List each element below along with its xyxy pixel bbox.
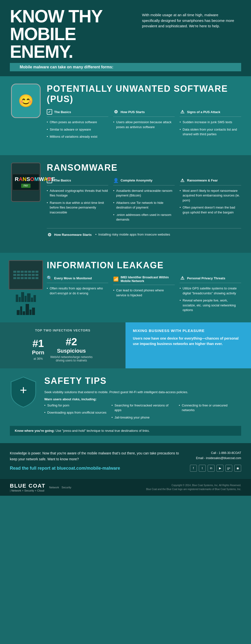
ransomware-col2: 👤 Complete Anonymity Assailants demand u…: [113, 178, 175, 224]
ransomware-content: RANSOMWARE ✓ The Basics Advanced cryptog…: [47, 162, 241, 240]
header-subtitle: With mobile usage at an all time high, m…: [142, 12, 234, 29]
copyright-text: Copyright © 2014, Blue Coat Systems, Inc…: [146, 484, 241, 491]
infection-num-1: #1: [32, 338, 44, 350]
facebook-icon[interactable]: f: [190, 465, 197, 472]
ransomware-col3-label: Ransomware & Fear: [187, 178, 218, 182]
pus-title: POTENTIALLY UNWANTED SOFTWARE (PUS): [47, 84, 241, 104]
ransomware-col3: ⚠ Ransomware & Fear Most aren't likely t…: [180, 178, 241, 224]
rss-icon[interactable]: ◉: [234, 465, 241, 472]
ransomware-col1-list: Advanced cryptographic threats that hold…: [47, 188, 108, 215]
linkedin-icon[interactable]: in: [208, 465, 214, 472]
ransomware-col3-bullet-2: Often payment doesn't mean the bad guys …: [180, 205, 241, 215]
ransomware-col2-label: Complete Anonymity: [121, 178, 153, 182]
footer-text: Knowledge is power. Now that you're awar…: [10, 450, 183, 471]
shield-wrapper: +: [10, 376, 37, 409]
security-label: Security: [62, 486, 71, 489]
keyboard-image: [9, 260, 43, 290]
infection-title: TOP TWO INFECTION VECTORS: [8, 328, 118, 332]
info-col1-list: Often results from app designers who don…: [47, 286, 108, 296]
info-device-display: [9, 260, 43, 315]
gear-icon: ⚙: [113, 109, 119, 114]
safety-inner: + SAFETY TIPS Seek visibility solutions …: [10, 376, 241, 422]
ransomware-col2-list: Assailants demand untraceable ransom pay…: [113, 188, 175, 222]
googleplus-icon[interactable]: g+: [225, 465, 232, 472]
safety-bullets-cols: Surfing for porn Downloading apps from u…: [44, 403, 241, 422]
social-icons: f t in ▶ g+ ◉: [190, 465, 241, 472]
pus-col1-list: Often poses as antivirus software Simila…: [47, 120, 108, 139]
infection-label-1: Porn: [32, 350, 44, 356]
pus-col3-list: Sudden increase in junk SMS texts Data s…: [180, 120, 241, 137]
info-col1-bullet-1: Often results from app designers who don…: [47, 286, 108, 296]
pus-col2-bullet-1: Users allow permission because attack po…: [113, 120, 175, 129]
ransomware-columns: ✓ The Basics Advanced cryptographic thre…: [47, 178, 241, 224]
info-col2-header: 📶 IMEI Identifier Broadcast Within Mobil…: [113, 276, 175, 285]
pus-col1: ✓ The Basics Often poses as antivirus so…: [47, 109, 108, 142]
smartwatch-image: [11, 84, 41, 118]
pus-columns: ✓ The Basics Often poses as antivirus so…: [47, 109, 241, 142]
info-col3-label: Personal Privacy Threats: [187, 276, 225, 280]
pus-col2: ⚙ How PUS Starts Users allow permission …: [113, 109, 175, 142]
youtube-icon[interactable]: ▶: [216, 465, 223, 472]
safety-bullet-2-1: Searching for free/cracked versions of a…: [111, 403, 174, 412]
info-col1-header: 🔍 Every Move is Monitored: [47, 276, 108, 283]
logo-tagline: Network + Security + Cloud: [11, 489, 44, 492]
header-section: KNOW THYMOBILE ENEMY. With mobile usage …: [0, 0, 251, 76]
infection-num-2: #2: [49, 336, 94, 348]
logo-text: BLUE COAT: [10, 483, 46, 489]
ransomware-screen: RANSOMWARE PAY: [12, 174, 39, 190]
ransomware-display-text: RANSOMWARE: [15, 176, 37, 182]
warning-icon: ⚠: [180, 109, 185, 114]
safety-col1-list: Surfing for porn Downloading apps from u…: [44, 403, 107, 415]
ransomware-col3-bullet-1: Most aren't likely to report ransomware …: [180, 188, 241, 203]
pus-col1-header: ✓ The Basics: [47, 109, 108, 117]
ransomware-bullet-2: Ransom is due within a strict time limit…: [47, 200, 108, 215]
pus-col3: ⚠ Signs of a PUS Attack Sudden increase …: [180, 109, 241, 142]
safety-section: + SAFETY TIPS Seek visibility solutions …: [0, 368, 251, 443]
pus-col3-header: ⚠ Signs of a PUS Attack: [180, 109, 241, 117]
twitter-icon[interactable]: t: [199, 465, 206, 472]
footer-cta-url[interactable]: bluecoat.com/mobile-malware: [57, 466, 120, 471]
footer-cta-prefix: Read the full report at: [10, 466, 57, 471]
info-col1: 🔍 Every Move is Monitored Often results …: [47, 276, 108, 315]
safety-intro: Seek visibility solutions that extend to…: [44, 390, 241, 395]
gear-icon-2: ⚙: [47, 232, 52, 238]
mixing-title: MIXING BUSINESS WITH PLEASURE: [133, 328, 244, 333]
infection-sublabel-2: WebAd networks/large networks driving us…: [49, 355, 94, 362]
keyboard-device: [10, 260, 42, 315]
infection-vectors: TOP TWO INFECTION VECTORS #1 Porn at 36%…: [0, 322, 126, 368]
contact-phone: Call - 1-866-30-8COAT: [190, 450, 241, 456]
ransomware-col3-list: Most aren't likely to report ransomware …: [180, 188, 241, 215]
infection-mixing-section: TOP TWO INFECTION VECTORS #1 Porn at 36%…: [0, 322, 251, 368]
infection-label-2: Suspicious: [49, 348, 94, 354]
pus-col2-header: ⚙ How PUS Starts: [113, 109, 175, 117]
contact-email: Email - insidesales@bluecoat.com: [190, 456, 241, 461]
safety-warn: Warn users about risks, including:: [44, 397, 241, 401]
warning-icon-2: ⚠: [180, 178, 185, 183]
copyright: Copyright © 2014, Blue Coat Systems, Inc…: [146, 484, 241, 491]
how-starts-text: How Ransomware Starts: [54, 233, 92, 236]
person-icon: 👤: [113, 178, 119, 183]
ransom-button-display: PAY: [21, 184, 31, 188]
footer-cta-link[interactable]: Read the full report at bluecoat.com/mob…: [10, 466, 183, 471]
network-label: Network: [49, 486, 59, 489]
section-arrow-2: [20, 247, 39, 253]
info-col3-bullet-1: Utilize GPS satellite systems to create …: [180, 286, 241, 296]
pus-bullet-3: Millions of variations already exist: [47, 134, 108, 139]
info-col2: 📶 IMEI Identifier Broadcast Within Mobil…: [113, 276, 175, 315]
safety-tip-bar: Know where you're going: Use "press-and-…: [10, 426, 241, 436]
safety-col3: Connecting to free or unsecured networks: [179, 403, 241, 422]
safety-bullet-1-1: Surfing for porn: [44, 403, 107, 408]
ransomware-col2-header: 👤 Complete Anonymity: [113, 178, 175, 186]
pus-bullet-2: Similar to adware or spyware: [47, 127, 108, 132]
check-icon: ✓: [47, 109, 52, 114]
safety-bullet-2-2: Jail-breaking your phone: [111, 415, 174, 420]
info-col2-bullet-1: Can lead to cloned phones where service …: [113, 288, 175, 298]
ransomware-col3-header: ⚠ Ransomware & Fear: [180, 178, 241, 186]
ransomware-col2-bullet-1: Assailants demand untraceable ransom pay…: [113, 188, 175, 198]
bottom-bar: BLUE COAT | Network + Security + Cloud N…: [0, 479, 251, 496]
pus-col2-label: How PUS Starts: [121, 110, 145, 114]
ransomware-section: RANSOMWARE PAY RANSOMWARE ✓ The Basics A…: [0, 155, 251, 247]
watch-device: [10, 84, 42, 118]
safety-tip-label: Know where you're going:: [15, 429, 55, 432]
info-col3-list: Utilize GPS satellite systems to create …: [180, 286, 241, 312]
